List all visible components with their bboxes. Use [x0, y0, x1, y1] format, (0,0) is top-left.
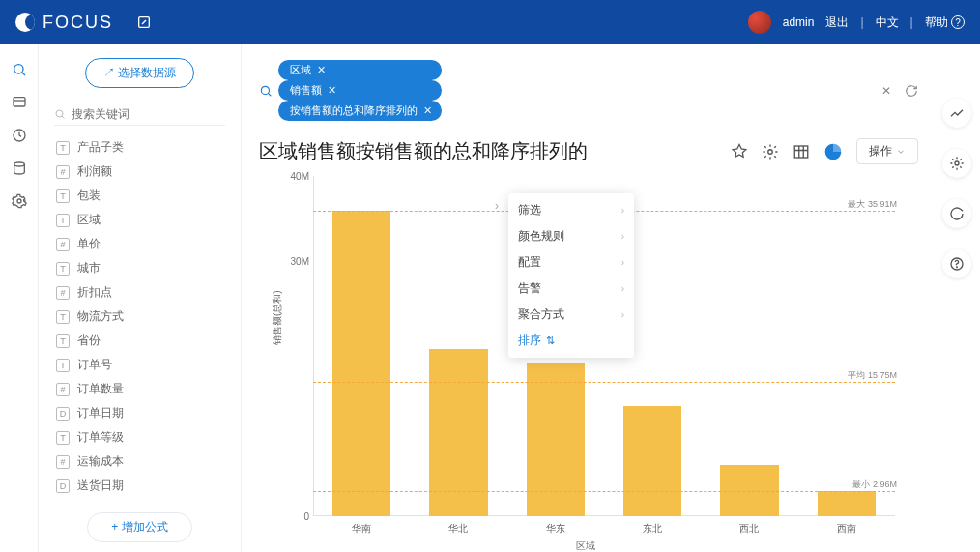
config-tool-icon[interactable] [942, 149, 971, 178]
field-label: 区域 [77, 212, 101, 228]
svg-rect-9 [794, 146, 808, 158]
context-menu-item[interactable]: 告警› [508, 276, 634, 302]
rail-data-icon[interactable] [12, 160, 27, 176]
x-tick-label: 西南 [798, 522, 895, 536]
field-type-icon: T [56, 189, 70, 203]
rail-history-icon[interactable] [12, 128, 27, 143]
rail-search-icon[interactable] [12, 62, 27, 77]
help-tool-icon[interactable] [942, 249, 971, 278]
logout-link[interactable]: 退出 [825, 15, 849, 31]
rail-settings-icon[interactable] [12, 193, 27, 209]
chevron-right-icon: › [621, 257, 624, 268]
field-item[interactable]: D订单日期 [54, 401, 225, 425]
select-datasource-button[interactable]: ↗ 选择数据源 [85, 58, 194, 88]
field-type-icon: # [56, 286, 70, 300]
svg-point-12 [957, 267, 958, 268]
field-type-icon: D [56, 479, 70, 493]
table-icon[interactable] [793, 143, 810, 160]
context-menu-handle-icon[interactable]: › [495, 199, 499, 213]
field-item[interactable]: T包装 [54, 184, 225, 208]
context-menu-item[interactable]: 筛选› [508, 197, 634, 223]
reference-line: 最小 2.96M [313, 491, 895, 492]
field-label: 城市 [77, 260, 101, 276]
bar[interactable] [527, 363, 585, 516]
field-type-icon: T [56, 431, 70, 445]
field-label: 单价 [77, 236, 101, 252]
field-item[interactable]: T省份 [54, 329, 225, 353]
page-title: 区域销售额按销售额的总和降序排列的 [259, 138, 588, 164]
field-type-icon: # [56, 238, 70, 251]
reference-line: 平均 15.75M [313, 382, 895, 383]
chartline-tool-icon[interactable] [942, 99, 971, 128]
context-menu-item[interactable]: 颜色规则› [508, 223, 634, 249]
pill-remove-icon[interactable]: ✕ [317, 64, 326, 76]
field-label: 订单号 [77, 357, 112, 373]
lang-link[interactable]: 中文 [876, 15, 899, 31]
context-menu-item[interactable]: 聚合方式› [508, 302, 634, 328]
query-pill[interactable]: 区域✕ [278, 60, 442, 80]
app-logo-icon [15, 13, 35, 32]
username[interactable]: admin [783, 15, 815, 29]
field-item[interactable]: T区域 [54, 208, 225, 232]
pill-remove-icon[interactable]: ✕ [328, 84, 336, 97]
refresh-query-icon[interactable] [905, 84, 918, 98]
chart-type-icon[interactable] [823, 142, 843, 161]
context-menu-item[interactable]: 配置› [508, 249, 634, 276]
x-tick-label: 华南 [313, 522, 410, 536]
context-menu: › 筛选›颜色规则›配置›告警›聚合方式› 排序 ⇅ [508, 193, 634, 358]
bar[interactable] [332, 211, 390, 516]
svg-point-7 [261, 86, 269, 94]
chevron-right-icon: › [621, 283, 624, 294]
help-link[interactable]: 帮助 ? [925, 15, 965, 31]
y-tick-label: 0 [303, 511, 309, 522]
field-item[interactable]: #折扣点 [54, 280, 225, 305]
field-item[interactable]: T城市 [54, 256, 225, 280]
pin-icon[interactable] [731, 143, 748, 160]
field-item[interactable]: #销售额 [54, 498, 225, 499]
field-type-icon: T [56, 262, 70, 276]
query-pill[interactable]: 销售额✕ [278, 80, 442, 101]
field-item[interactable]: T产品子类 [54, 135, 225, 160]
reference-line-label: 最小 2.96M [852, 479, 897, 491]
x-axis-title: 区域 [276, 539, 895, 552]
add-formula-button[interactable]: + 增加公式 [87, 512, 191, 542]
context-menu-sort[interactable]: 排序 ⇅ [508, 328, 634, 354]
field-item[interactable]: #订单数量 [54, 377, 225, 401]
field-item[interactable]: T物流方式 [54, 305, 225, 329]
svg-rect-2 [14, 98, 25, 106]
query-pill[interactable]: 按销售额的总和降序排列的✕ [278, 101, 442, 121]
reset-tool-icon[interactable] [942, 199, 971, 228]
field-item[interactable]: T订单号 [54, 353, 225, 377]
field-label: 物流方式 [77, 308, 124, 325]
svg-point-4 [14, 162, 24, 166]
field-label: 省份 [77, 333, 101, 349]
avatar[interactable] [748, 11, 771, 34]
field-item[interactable]: #单价 [54, 232, 225, 256]
field-type-icon: # [56, 165, 70, 179]
clear-query-icon[interactable]: ✕ [881, 84, 891, 98]
field-item[interactable]: T订单等级 [54, 425, 225, 450]
field-label: 利润额 [77, 163, 112, 180]
y-axis-title: 销售额(总和) [271, 290, 284, 345]
bar[interactable] [818, 491, 876, 516]
field-label: 包装 [77, 188, 101, 204]
bar[interactable] [623, 406, 681, 516]
operations-button[interactable]: 操作 [856, 138, 918, 164]
field-item[interactable]: #运输成本 [54, 450, 225, 474]
field-item[interactable]: #利润额 [54, 160, 225, 184]
field-label: 订单等级 [77, 429, 124, 446]
field-label: 订单数量 [77, 381, 124, 397]
chevron-right-icon: › [621, 231, 624, 242]
field-item[interactable]: D送货日期 [54, 474, 225, 498]
y-tick-label: 40M [291, 171, 309, 182]
pill-remove-icon[interactable]: ✕ [423, 104, 432, 117]
app-name: FOCUS [43, 13, 113, 33]
field-label: 订单日期 [77, 405, 124, 421]
reference-line-label: 最大 35.91M [848, 198, 897, 211]
edit-icon[interactable] [136, 15, 152, 30]
query-search-icon[interactable] [259, 84, 273, 98]
x-tick-label: 西北 [701, 522, 797, 536]
rail-pinboard-icon[interactable] [12, 95, 27, 110]
field-search-input[interactable] [72, 107, 225, 121]
gear-icon[interactable] [762, 143, 779, 160]
